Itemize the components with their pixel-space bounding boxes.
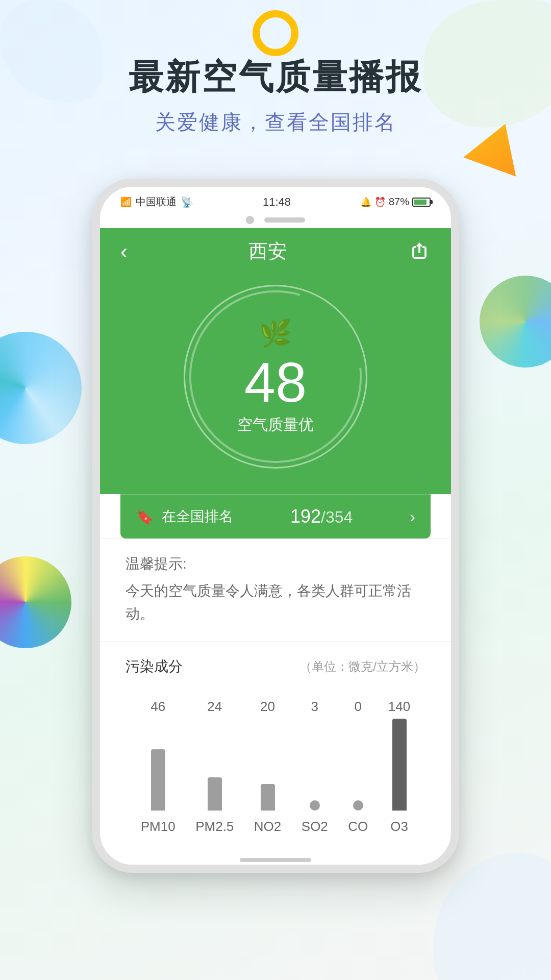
bar-dot-co [353, 800, 363, 811]
sub-title: 关爱健康，查看全国排名 [0, 108, 551, 136]
bar-item-co: 0CO [348, 699, 368, 835]
alarm-icon: 🔔 [360, 197, 371, 208]
bar-wrapper-pm2.5 [208, 719, 222, 811]
wifi-icon: 📡 [181, 196, 193, 208]
bar-value-co: 0 [355, 699, 362, 715]
signal-icon: 📶 [120, 197, 132, 208]
pollutants-bar-chart: 46PM1024PM2.520NO23SO20CO140O3 [126, 692, 425, 835]
app-header: ‹ 西安 [100, 228, 451, 275]
status-bar: 📶 中国联通 📡 11:48 🔔 ⏰ 87% [100, 187, 451, 214]
status-left: 📶 中国联通 📡 [120, 195, 193, 209]
bar-value-o3: 140 [388, 699, 410, 715]
bar-value-no2: 20 [260, 699, 275, 715]
share-icon [410, 242, 429, 261]
ranking-separator: / [321, 508, 325, 526]
ranking-current: 192 [290, 506, 321, 527]
bar-wrapper-co [353, 719, 363, 811]
phone-frame: 📶 中国联通 📡 11:48 🔔 ⏰ 87% ‹ 西安 [92, 179, 459, 873]
main-title: 最新空气质量播报 [0, 56, 551, 98]
home-indicator-area [100, 850, 451, 870]
phone-sensors [100, 214, 451, 228]
back-button[interactable]: ‹ [120, 239, 128, 264]
ranking-left: 🔖 在全国排名 [136, 507, 233, 526]
gauge-arc-svg [185, 286, 366, 467]
bar-item-no2: 20NO2 [254, 699, 281, 835]
carrier-label: 中国联通 [136, 195, 177, 209]
bar-label-so2: SO2 [302, 819, 328, 835]
bar-wrapper-o3 [392, 719, 407, 811]
bar-label-o3: O3 [390, 819, 408, 835]
bar-value-so2: 3 [311, 699, 318, 715]
battery-icon [412, 198, 431, 207]
battery-percent: 87% [389, 196, 409, 208]
svg-point-0 [190, 291, 361, 462]
pollutants-title: 污染成分 [126, 657, 183, 676]
bg-circle-rainbow-right [480, 276, 551, 368]
title-section: 最新空气质量播报 关爱健康，查看全国排名 [0, 56, 551, 136]
bookmark-icon: 🔖 [136, 508, 154, 525]
status-right: 🔔 ⏰ 87% [360, 196, 431, 208]
tip-title: 温馨提示: [126, 554, 425, 574]
bar-item-so2: 3SO2 [302, 699, 328, 835]
tip-section: 温馨提示: 今天的空气质量令人满意，各类人群可正常活动。 [100, 539, 451, 642]
share-button[interactable] [408, 240, 431, 263]
bar-wrapper-pm10 [151, 719, 165, 811]
bar-dot-so2 [310, 800, 320, 811]
gold-ring-decoration [253, 10, 298, 56]
bar-no2 [261, 784, 275, 811]
city-name: 西安 [248, 238, 287, 264]
pollutants-unit: （单位：微克/立方米） [299, 658, 425, 675]
aqi-gauge: 🌿 48 空气质量优 [184, 285, 367, 469]
bar-wrapper-no2 [261, 719, 275, 811]
bar-item-pm2.5: 24PM2.5 [195, 699, 234, 835]
phone-mockup: 📶 中国联通 📡 11:48 🔔 ⏰ 87% ‹ 西安 [92, 179, 459, 873]
bg-circle-rainbow-left [0, 556, 71, 648]
bar-value-pm2.5: 24 [207, 699, 222, 715]
tip-content: 今天的空气质量令人满意，各类人群可正常活动。 [126, 580, 425, 626]
bg-circle-blue [0, 332, 82, 444]
front-camera [246, 216, 254, 224]
status-time: 11:48 [263, 195, 291, 209]
ranking-number: 192/354 [290, 506, 353, 527]
home-bar [240, 858, 311, 862]
ranking-total: 354 [325, 508, 353, 526]
bar-pm2.5 [208, 777, 222, 811]
bar-label-pm10: PM10 [141, 819, 176, 835]
battery-fill [414, 200, 427, 205]
ranking-chevron-icon: › [410, 507, 415, 526]
pollutants-section: 污染成分 （单位：微克/立方米） 46PM1024PM2.520NO23SO20… [100, 642, 451, 850]
clock-icon: ⏰ [374, 197, 386, 208]
bar-item-o3: 140O3 [388, 699, 410, 835]
bar-value-pm10: 46 [151, 699, 165, 715]
pollutants-header: 污染成分 （单位：微克/立方米） [126, 657, 425, 676]
ranking-prefix-label: 在全国排名 [162, 507, 233, 526]
bar-item-pm10: 46PM10 [141, 699, 176, 835]
bar-o3 [392, 719, 407, 811]
bar-label-co: CO [348, 819, 368, 835]
bar-wrapper-so2 [310, 719, 320, 811]
bar-label-no2: NO2 [254, 819, 281, 835]
ranking-bar[interactable]: 🔖 在全国排名 192/354 › [120, 494, 431, 538]
bar-label-pm2.5: PM2.5 [195, 819, 234, 835]
aqi-section: 🌿 48 空气质量优 [100, 275, 451, 494]
bar-pm10 [151, 749, 165, 811]
speaker-grille [264, 217, 305, 223]
